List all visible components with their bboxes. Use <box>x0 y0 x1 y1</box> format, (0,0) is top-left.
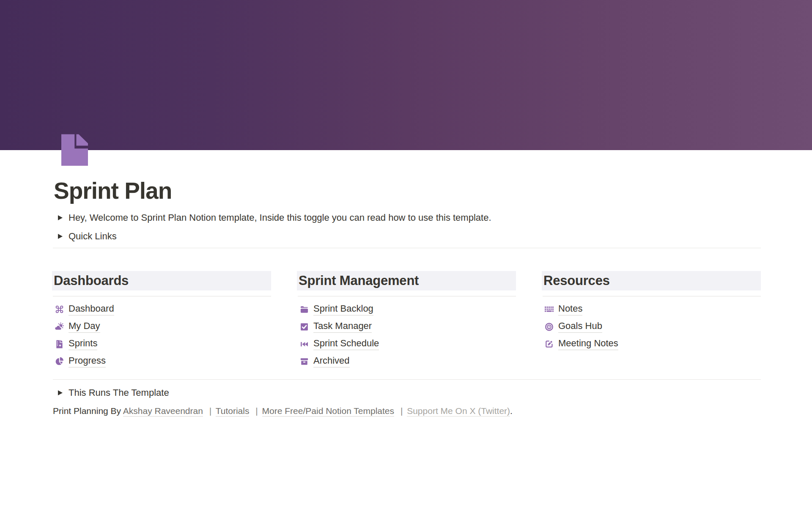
archive-box-icon <box>300 357 309 366</box>
toggle-quick-links-label: Quick Links <box>69 230 117 242</box>
link-progress[interactable]: Progress <box>69 355 106 367</box>
footer-separator: | <box>255 406 258 416</box>
column-dashboards: Dashboards Dashboard My Day <box>53 271 271 370</box>
target-bullseye-icon <box>545 322 554 331</box>
link-sprint-schedule[interactable]: Sprint Schedule <box>313 338 379 350</box>
column-header-sprint-management: Sprint Management <box>297 271 516 290</box>
toggle-triangle-icon[interactable] <box>58 234 63 239</box>
link-notes[interactable]: Notes <box>558 303 582 315</box>
list-item-sprint-backlog: Sprint Backlog <box>298 301 516 318</box>
column-header-label: Dashboards <box>54 273 129 288</box>
column-header-label: Resources <box>543 273 610 288</box>
page-cover[interactable] <box>0 0 812 150</box>
footer-link-support[interactable]: Support Me On X (Twitter) <box>407 406 510 417</box>
column-divider <box>543 296 761 296</box>
command-icon <box>55 305 64 314</box>
link-task-manager[interactable]: Task Manager <box>313 321 372 333</box>
list-item-sprints: Sprints <box>53 335 271 353</box>
page-icon[interactable] <box>61 134 88 166</box>
toggle-triangle-icon[interactable] <box>58 390 63 395</box>
list-item-dashboard: Dashboard <box>53 301 271 318</box>
column-sprint-management: Sprint Management Sprint Backlog Task Ma… <box>298 271 516 370</box>
rewind-icon <box>300 340 309 348</box>
footer-credits: Print Planning By Akshay Raveendran | Tu… <box>53 405 761 417</box>
column-header-label: Sprint Management <box>299 273 419 288</box>
list-item-progress: Progress <box>53 353 271 370</box>
link-list: Notes Goals Hub Meeting Notes <box>543 301 761 353</box>
toggle-welcome-label: Hey, Welcome to Sprint Plan Notion templ… <box>69 212 491 224</box>
link-dashboard[interactable]: Dashboard <box>69 303 114 315</box>
link-sprints[interactable]: Sprints <box>69 338 97 350</box>
column-header-dashboards: Dashboards <box>52 271 271 290</box>
page-content: Sprint Plan Hey, Welcome to Sprint Plan … <box>53 150 761 417</box>
purple-page-icon <box>61 134 88 166</box>
list-item-meeting-notes: Meeting Notes <box>543 335 761 353</box>
link-archived[interactable]: Archived <box>313 355 350 367</box>
list-item-archived: Archived <box>298 353 516 370</box>
footer-separator: | <box>209 406 211 416</box>
link-columns: Dashboards Dashboard My Day <box>53 271 761 370</box>
footer-link-author[interactable]: Akshay Raveendran <box>123 406 203 417</box>
link-list: Sprint Backlog Task Manager Sprint Sched… <box>298 301 516 370</box>
list-item-sprint-schedule: Sprint Schedule <box>298 335 516 353</box>
column-header-resources: Resources <box>542 271 761 290</box>
list-item-task-manager: Task Manager <box>298 318 516 335</box>
footer-prefix: Print Planning By <box>53 406 121 416</box>
link-goals-hub[interactable]: Goals Hub <box>558 321 602 333</box>
column-divider <box>53 296 271 296</box>
pie-chart-icon <box>55 357 64 366</box>
toggle-runs-template[interactable]: This Runs The Template <box>53 384 761 402</box>
toggle-runs-template-label: This Runs The Template <box>69 387 169 399</box>
folder-icon <box>300 305 309 314</box>
list-item-notes: Notes <box>543 301 761 318</box>
toggle-triangle-icon[interactable] <box>58 215 63 220</box>
journal-page-icon <box>55 340 64 348</box>
link-sprint-backlog[interactable]: Sprint Backlog <box>313 303 373 315</box>
checkbox-check-icon <box>300 322 309 331</box>
toggle-quick-links[interactable]: Quick Links <box>53 227 761 246</box>
footer-link-templates[interactable]: More Free/Paid Notion Templates <box>262 406 394 417</box>
list-item-my-day: My Day <box>53 318 271 335</box>
footer-link-tutorials[interactable]: Tutorials <box>216 406 250 417</box>
edit-pencil-square-icon <box>545 340 554 348</box>
keyboard-icon <box>545 305 554 314</box>
column-resources: Resources Notes Goals Hub <box>543 271 761 370</box>
toggle-welcome[interactable]: Hey, Welcome to Sprint Plan Notion templ… <box>53 208 761 227</box>
link-my-day[interactable]: My Day <box>69 321 100 333</box>
divider-top <box>53 248 761 248</box>
footer-suffix: . <box>510 406 513 416</box>
link-list: Dashboard My Day Sprints <box>53 301 271 370</box>
divider-bottom <box>53 379 761 380</box>
link-meeting-notes[interactable]: Meeting Notes <box>558 338 618 350</box>
sun-behind-cloud-icon <box>55 322 64 331</box>
list-item-goals-hub: Goals Hub <box>543 318 761 335</box>
page-title: Sprint Plan <box>53 150 761 205</box>
footer-separator: | <box>401 406 403 416</box>
column-divider <box>298 296 516 296</box>
